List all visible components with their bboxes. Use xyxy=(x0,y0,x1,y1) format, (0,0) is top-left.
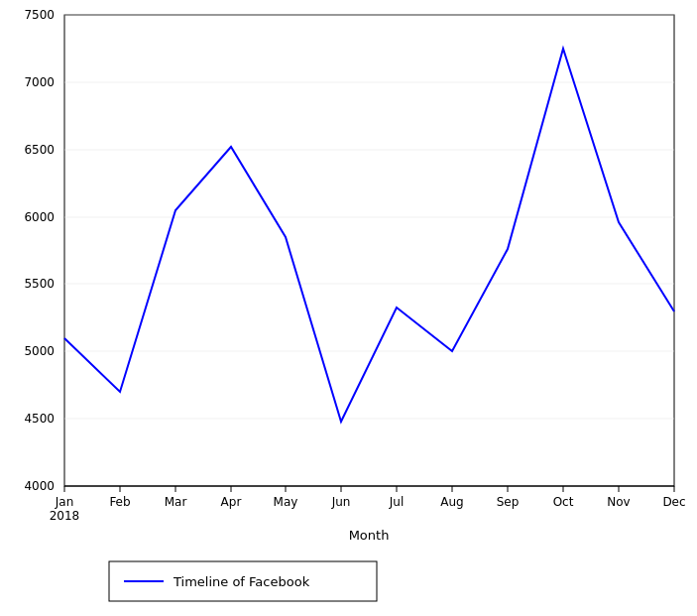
x-label-aug: Aug xyxy=(440,495,463,509)
x-label-dec: Dec xyxy=(662,495,685,509)
y-tick-5000: 5000 xyxy=(24,344,55,358)
y-tick-7500: 7500 xyxy=(24,8,55,22)
y-tick-7000: 7000 xyxy=(24,75,55,89)
x-axis-label: Month xyxy=(349,528,390,543)
y-tick-6000: 6000 xyxy=(24,210,55,224)
x-label-2018: 2018 xyxy=(50,509,80,523)
legend-label: Timeline of Facebook xyxy=(173,574,310,589)
x-label-feb: Feb xyxy=(109,495,130,509)
x-label-nov: Nov xyxy=(607,495,630,509)
x-label-oct: Oct xyxy=(553,495,574,509)
x-label-jul: Jul xyxy=(389,495,404,509)
y-tick-6500: 6500 xyxy=(24,143,55,157)
x-label-jan: Jan xyxy=(55,495,74,509)
x-label-mar: Mar xyxy=(165,495,187,509)
x-label-apr: Apr xyxy=(221,495,242,509)
x-label-jun: Jun xyxy=(331,495,351,509)
chart-container: 7500 7000 6500 6000 5500 5000 4500 4000 xyxy=(0,0,697,616)
y-tick-4500: 4500 xyxy=(24,412,55,426)
y-tick-4000: 4000 xyxy=(24,479,55,493)
x-label-sep: Sep xyxy=(497,495,520,509)
plot-area xyxy=(64,15,674,486)
x-label-may: May xyxy=(274,495,298,509)
y-tick-5500: 5500 xyxy=(24,277,55,291)
